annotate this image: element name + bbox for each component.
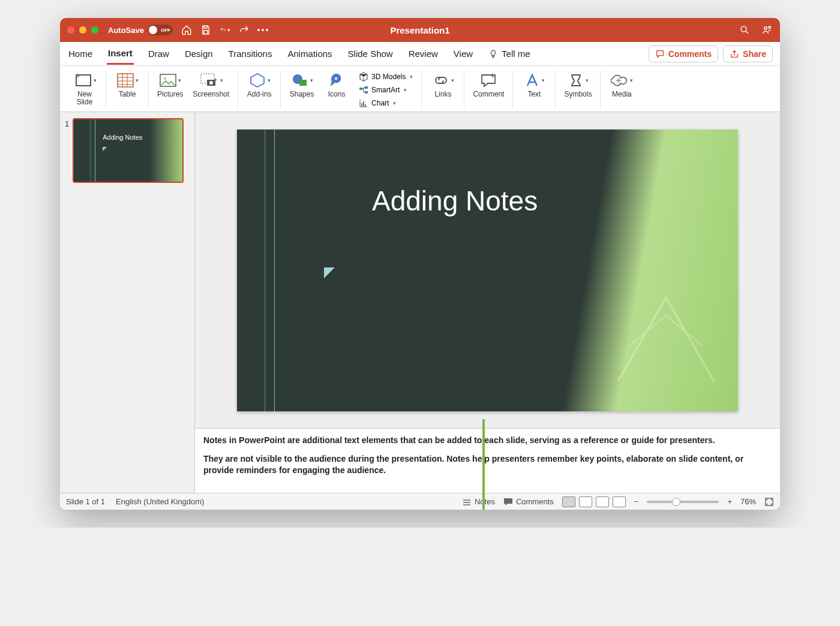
workspace: 1 Adding Notes Adding Notes Not (60, 112, 780, 493)
tab-draw[interactable]: Draw (147, 44, 170, 64)
cube-icon (359, 72, 368, 82)
new-slide-label: New Slide (77, 91, 93, 106)
maximize-traffic-light[interactable] (91, 26, 98, 34)
autosave-toggle[interactable]: OFF (148, 25, 173, 35)
slide-thumbnail-1[interactable]: Adding Notes (73, 118, 184, 183)
slide-canvas-wrap: Adding Notes (195, 112, 780, 428)
svg-rect-16 (365, 86, 368, 89)
slideshow-view-icon[interactable] (613, 496, 626, 507)
screenshot-label: Screenshot (193, 91, 229, 98)
text-label: Text (527, 91, 541, 98)
tell-me[interactable]: Tell me (487, 44, 532, 64)
svg-rect-15 (359, 88, 362, 90)
close-traffic-light[interactable] (67, 26, 74, 34)
table-button[interactable]: ▾ Table (112, 71, 142, 100)
notes-paragraph-1[interactable]: Notes in PowerPoint are additional text … (203, 435, 772, 446)
zoom-slider[interactable] (647, 501, 719, 503)
chart-button[interactable]: Chart▾ (356, 97, 415, 109)
tab-home[interactable]: Home (67, 44, 94, 64)
svg-point-8 (164, 77, 166, 80)
status-notes-button[interactable]: Notes (462, 497, 495, 506)
tab-view[interactable]: View (452, 44, 474, 64)
more-icon[interactable]: ••• (258, 25, 269, 35)
icons-button[interactable]: Icons (322, 71, 352, 100)
tab-review[interactable]: Review (407, 44, 439, 64)
status-comments-button[interactable]: Comments (503, 497, 554, 506)
ribbon-insert: ▾ New Slide ▾ Table ▾ Pictures ▾ Screens… (60, 66, 780, 112)
tab-animations[interactable]: Animations (286, 44, 333, 64)
symbols-label: Symbols (564, 91, 592, 98)
comments-icon (655, 49, 665, 59)
zoom-out-button[interactable]: − (634, 497, 639, 506)
smartart-label: SmartArt (371, 86, 400, 94)
document-title: Presentation1 (390, 25, 449, 35)
zoom-in-button[interactable]: + (727, 497, 732, 506)
notes-pane[interactable]: Notes in PowerPoint are additional text … (195, 428, 780, 493)
svg-rect-19 (363, 101, 364, 107)
reading-view-icon[interactable] (596, 496, 609, 507)
status-language[interactable]: English (United Kingdom) (116, 497, 204, 506)
thumbnail-row[interactable]: 1 Adding Notes (65, 118, 190, 183)
tab-slideshow[interactable]: Slide Show (347, 44, 394, 64)
comment-button[interactable]: Comment (470, 71, 506, 100)
svg-rect-17 (365, 91, 368, 94)
redo-icon[interactable] (239, 25, 250, 35)
tab-transitions[interactable]: Transitions (227, 44, 274, 64)
svg-point-11 (209, 81, 213, 85)
comments-button[interactable]: Comments (649, 46, 718, 62)
3d-models-label: 3D Models (371, 73, 406, 81)
new-slide-button[interactable]: ▾ New Slide (70, 71, 100, 107)
shapes-button[interactable]: ▾ Shapes (287, 71, 317, 100)
status-slide-count: Slide 1 of 1 (66, 497, 105, 506)
chart-icon (359, 98, 368, 108)
svg-rect-1 (204, 31, 208, 34)
chart-label: Chart (371, 99, 389, 107)
slide-canvas[interactable]: Adding Notes (237, 130, 738, 411)
text-button[interactable]: ▾ Text (519, 71, 549, 100)
tab-design[interactable]: Design (184, 44, 214, 64)
slide-editor: Adding Notes Notes in PowerPoint are add… (195, 112, 780, 493)
smartart-button[interactable]: SmartArt▾ (356, 84, 415, 96)
home-icon[interactable] (181, 25, 192, 35)
normal-view-icon[interactable] (562, 496, 575, 507)
autosave-state: OFF (161, 28, 170, 33)
screenshot-button[interactable]: ▾ Screenshot (190, 71, 232, 100)
svg-point-2 (741, 26, 746, 32)
notes-paragraph-2[interactable]: They are not visible to the audience dur… (203, 453, 772, 476)
links-label: Links (434, 91, 451, 98)
smartart-icon (359, 85, 368, 95)
table-label: Table (119, 91, 136, 98)
titlebar: AutoSave OFF ▾ ••• Presentation1 (60, 18, 780, 42)
svg-rect-13 (299, 80, 307, 86)
symbols-button[interactable]: ▾ Symbols (562, 71, 594, 100)
slide-thumbnails-panel: 1 Adding Notes (60, 112, 195, 493)
save-icon[interactable] (200, 25, 211, 35)
quick-access-toolbar: ▾ ••• (181, 25, 269, 35)
autosave-control[interactable]: AutoSave OFF (108, 25, 173, 35)
fit-to-window-icon[interactable] (764, 497, 774, 507)
view-mode-icons (562, 496, 626, 507)
autosave-label: AutoSave (108, 26, 144, 35)
pictures-button[interactable]: ▾ Pictures (155, 71, 185, 100)
slide-title-text[interactable]: Adding Notes (372, 185, 538, 217)
share-button-label: Share (743, 49, 766, 59)
annotation-arrow (480, 419, 487, 510)
status-comments-label: Comments (516, 497, 554, 506)
share-people-icon[interactable] (762, 25, 773, 35)
media-button[interactable]: ▾ Media (607, 71, 637, 100)
bulb-icon (488, 49, 498, 59)
zoom-percent[interactable]: 76% (740, 497, 756, 506)
3d-models-button[interactable]: 3D Models▾ (356, 71, 415, 83)
window-controls (67, 26, 98, 34)
addins-button[interactable]: ▾ Add-ins (244, 71, 274, 100)
share-button[interactable]: Share (723, 46, 773, 62)
undo-icon[interactable]: ▾ (220, 25, 230, 35)
links-button[interactable]: ▾ Links (428, 71, 458, 100)
minimize-traffic-light[interactable] (79, 26, 86, 34)
svg-point-14 (335, 77, 337, 80)
comment-label: Comment (473, 91, 504, 98)
tab-insert[interactable]: Insert (107, 43, 134, 65)
svg-point-4 (769, 26, 771, 29)
search-icon[interactable] (739, 25, 750, 35)
sorter-view-icon[interactable] (579, 496, 592, 507)
